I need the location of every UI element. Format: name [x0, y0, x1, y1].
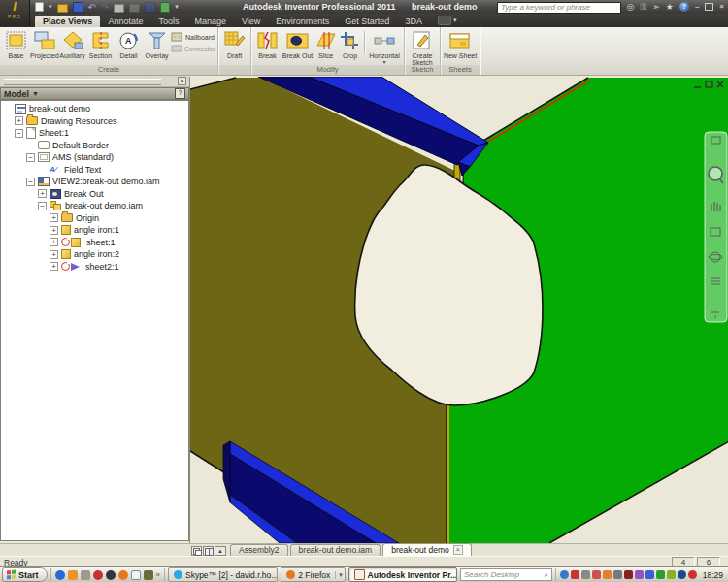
expander-plus-icon[interactable]: +	[15, 116, 23, 125]
iproperties-icon[interactable]	[160, 2, 170, 13]
auxiliary-view-button[interactable]: Auxiliary	[58, 28, 86, 59]
help-search-input[interactable]: Type a keyword or phrase	[497, 2, 621, 14]
open-folder-icon[interactable]	[57, 4, 68, 13]
crop-button[interactable]: Crop	[338, 28, 362, 59]
tree-item-root[interactable]: break-out demo	[1, 103, 188, 115]
tree-item-view2[interactable]: − VIEW2:break-out demo.iam	[1, 176, 188, 188]
tab-place-views[interactable]: Place Views	[35, 16, 100, 27]
chevron-down-icon[interactable]: ▾	[453, 16, 457, 24]
base-view-button[interactable]: Base	[2, 28, 30, 59]
quick-launch-icon[interactable]	[81, 570, 90, 580]
communication-icon[interactable]: ➣	[652, 1, 660, 13]
chevron-down-icon[interactable]: ▾	[335, 571, 343, 579]
tray-icon[interactable]	[613, 570, 622, 579]
tree-item-default-border[interactable]: Default Border	[1, 140, 188, 152]
quick-launch-icon[interactable]	[68, 570, 78, 580]
tray-icon[interactable]	[667, 570, 676, 579]
tree-item-sheet2-1[interactable]: + sheet2:1	[1, 261, 188, 274]
detail-view-button[interactable]: A Detail	[115, 28, 143, 59]
print-icon[interactable]	[114, 4, 124, 13]
horizontal-button[interactable]: Horizontal ▾	[367, 28, 402, 66]
navigation-bar[interactable]	[705, 132, 727, 322]
internet-explorer-icon[interactable]	[55, 570, 65, 580]
quick-launch-icon[interactable]	[144, 570, 153, 580]
expander-minus-icon[interactable]: −	[38, 202, 47, 210]
doc-tab-breakout-iam[interactable]: break-out demo.iam	[290, 544, 381, 556]
tree-item-angle-iron-1[interactable]: + angle iron:1	[1, 224, 188, 237]
tree-item-break-out[interactable]: + Break Out	[1, 188, 188, 201]
tab-get-started[interactable]: Get Started	[337, 16, 397, 27]
browser-panel-header[interactable]: Model ▼ ?	[0, 87, 189, 100]
taskbar-button-skype[interactable]: Skype™ [2] - david.r.ho...	[168, 567, 278, 582]
tab-tools[interactable]: Tools	[150, 16, 186, 27]
subscription-key-icon[interactable]: ⚿	[640, 1, 646, 13]
break-out-button[interactable]: Break Out	[281, 28, 314, 59]
qat-options-caret-icon[interactable]: ▾	[175, 3, 179, 11]
close-tab-icon[interactable]: ×	[453, 545, 463, 555]
tray-icon[interactable]	[656, 570, 665, 579]
toolbar-grip-handle[interactable]	[4, 79, 161, 85]
projected-view-button[interactable]: Projected	[30, 28, 58, 59]
tree-item-sheet-1[interactable]: + sheet:1	[1, 237, 188, 249]
tray-globe-icon[interactable]	[678, 570, 686, 579]
tree-item-drawing-resources[interactable]: + Drawing Resources	[1, 115, 188, 128]
expander-plus-icon[interactable]: +	[50, 262, 58, 271]
break-button[interactable]: Break	[253, 28, 281, 59]
cascade-windows-icon[interactable]	[191, 546, 202, 556]
new-sheet-button[interactable]: New Sheet	[443, 28, 478, 59]
create-sketch-button[interactable]: Create Sketch	[407, 28, 438, 66]
undo-icon[interactable]: ↶	[88, 3, 96, 12]
tray-icon[interactable]	[581, 570, 590, 579]
doc-tab-assembly2[interactable]: Assembly2	[230, 544, 288, 556]
search-icon[interactable]: ⌕	[544, 570, 547, 580]
tree-item-sheet1[interactable]: − Sheet:1	[1, 127, 188, 140]
tray-icon[interactable]	[688, 570, 697, 579]
firefox-icon[interactable]	[118, 570, 128, 580]
taskbar-button-firefox[interactable]: 2 Firefox ▾	[281, 567, 345, 582]
taskbar-button-inventor[interactable]: Autodesk Inventor Pr...	[348, 567, 457, 582]
favorites-star-icon[interactable]: ★	[666, 1, 674, 13]
tree-item-ams-standard[interactable]: − AMS (standard)	[1, 151, 188, 164]
expander-plus-icon[interactable]: +	[50, 238, 58, 246]
chevron-down-icon[interactable]: ▼	[32, 90, 39, 97]
tab-manage[interactable]: Manage	[186, 16, 234, 27]
slice-button[interactable]: Slice	[314, 28, 338, 59]
tab-annotate[interactable]: Annotate	[100, 16, 150, 27]
save-icon[interactable]	[73, 2, 83, 13]
expander-plus-icon[interactable]: +	[50, 213, 58, 222]
chevron-more-icon[interactable]: »	[156, 570, 160, 579]
restore-icon[interactable]	[705, 3, 713, 11]
new-document-icon[interactable]	[35, 2, 44, 12]
overlay-view-button[interactable]: Overlay	[143, 28, 171, 59]
taskbar-clock[interactable]: 18:29	[703, 570, 723, 580]
search-desktop-input[interactable]: Search Desktop ⌕	[460, 568, 552, 581]
tree-item-assembly[interactable]: − break-out demo.iam	[1, 200, 188, 212]
nailboard-button[interactable]: Nailboard	[171, 32, 215, 42]
close-icon[interactable]: ×	[719, 1, 724, 13]
tray-icon[interactable]	[603, 570, 612, 579]
tray-search-icon[interactable]	[560, 570, 569, 579]
tab-environments[interactable]: Environments	[268, 16, 337, 27]
expander-minus-icon[interactable]: −	[26, 178, 35, 186]
browser-help-icon[interactable]: ?	[175, 88, 185, 99]
tab-view[interactable]: View	[234, 16, 268, 27]
expand-tabs-icon[interactable]: ▲	[215, 546, 226, 556]
tray-icon[interactable]	[624, 570, 633, 579]
expander-minus-icon[interactable]: −	[26, 153, 35, 162]
tile-windows-icon[interactable]	[203, 546, 214, 556]
expander-plus-icon[interactable]: +	[50, 226, 58, 235]
new-caret-icon[interactable]: ▾	[49, 3, 52, 11]
tray-icon[interactable]	[635, 570, 644, 579]
tray-icon[interactable]	[571, 570, 579, 579]
tray-icon[interactable]	[592, 570, 601, 579]
section-view-button[interactable]: Section	[86, 28, 115, 59]
draft-button[interactable]: Draft	[220, 28, 248, 59]
doc-tab-breakout-active[interactable]: break-out demo ×	[382, 543, 472, 556]
tree-item-angle-iron-2[interactable]: + angle iron:2	[1, 248, 188, 261]
drawing-canvas[interactable]	[190, 77, 728, 543]
tray-icon[interactable]	[645, 570, 654, 579]
application-menu-button[interactable]: I PRO	[0, 0, 30, 26]
close-icon[interactable]: ×	[178, 77, 186, 85]
search-community-icon[interactable]: ◎	[627, 1, 635, 13]
minimize-icon[interactable]: –	[695, 1, 699, 13]
